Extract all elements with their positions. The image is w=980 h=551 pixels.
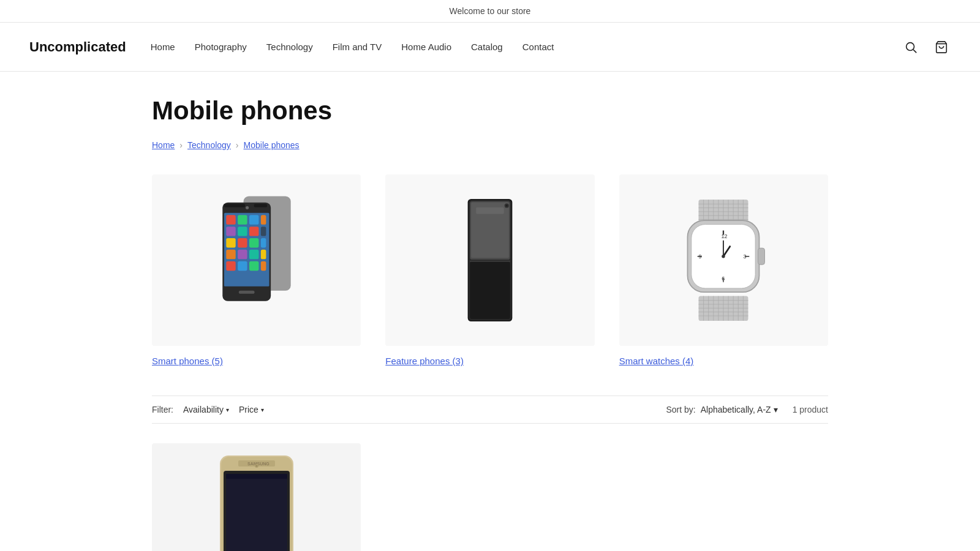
svg-point-67 — [722, 255, 725, 258]
cart-icon — [935, 40, 948, 54]
search-button[interactable] — [902, 38, 920, 56]
featurephone-illustration — [459, 199, 521, 321]
breadcrumb-home[interactable]: Home — [152, 140, 175, 150]
nav-contact[interactable]: Contact — [522, 42, 554, 52]
svg-rect-92 — [226, 474, 287, 479]
svg-text:12: 12 — [722, 233, 728, 239]
nav-photography[interactable]: Photography — [195, 42, 247, 52]
product-count: 1 product — [793, 405, 828, 414]
availability-chevron: ▾ — [226, 407, 229, 413]
svg-rect-7 — [238, 215, 247, 224]
svg-rect-35 — [470, 261, 510, 320]
smartwatch-illustration: 12 3 6 9 — [668, 199, 778, 321]
announcement-text: Welcome to our store — [450, 6, 531, 16]
svg-line-1 — [913, 50, 916, 53]
announcement-bar: Welcome to our store — [0, 0, 980, 23]
sort-chevron: ▾ — [774, 405, 778, 414]
header: Uncomplicated Home Photography Technolog… — [0, 23, 980, 72]
price-filter[interactable]: Price ▾ — [239, 405, 264, 414]
svg-rect-10 — [226, 227, 235, 236]
main-nav: Home Photography Technology Film and TV … — [151, 42, 902, 52]
svg-rect-29 — [254, 204, 266, 207]
category-image-smartphones — [152, 174, 361, 346]
breadcrumb-mobile-phones[interactable]: Mobile phones — [244, 140, 300, 150]
svg-text:9: 9 — [699, 253, 702, 260]
svg-rect-6 — [226, 215, 235, 224]
category-featurephones: Feature phones (3) — [385, 174, 594, 366]
product-card-samsung: SAMSUNG — [152, 443, 361, 551]
svg-text:SAMSUNG: SAMSUNG — [247, 462, 270, 466]
svg-rect-28 — [224, 204, 245, 207]
breadcrumb-separator-2: › — [236, 140, 239, 150]
sort-label: Sort by: — [666, 405, 695, 414]
svg-rect-26 — [239, 291, 255, 294]
category-link-smartwatches[interactable]: Smart watches (4) — [619, 356, 694, 366]
svg-rect-11 — [238, 227, 247, 236]
svg-rect-14 — [226, 238, 235, 247]
cart-button[interactable] — [932, 38, 951, 56]
header-icons — [902, 38, 951, 56]
category-smartwatches: 12 3 6 9 — [619, 174, 828, 366]
category-image-featurephones — [385, 174, 594, 346]
svg-rect-13 — [261, 227, 266, 236]
price-chevron: ▾ — [261, 407, 264, 413]
category-image-smartwatches: 12 3 6 9 — [619, 174, 828, 346]
product-grid: SAMSUNG — [152, 443, 828, 551]
main-content: Mobile phones Home › Technology › Mobile… — [123, 72, 858, 551]
svg-rect-18 — [226, 250, 235, 259]
svg-rect-9 — [261, 215, 266, 224]
category-smartphones: Smart phones (5) — [152, 174, 361, 366]
svg-point-38 — [505, 204, 508, 207]
category-link-smartphones[interactable]: Smart phones (5) — [152, 356, 223, 366]
svg-rect-21 — [261, 250, 266, 259]
svg-point-0 — [907, 42, 914, 50]
sort-section: Sort by: Alphabetically, A-Z ▾ 1 product — [666, 405, 828, 414]
filter-label: Filter: — [152, 405, 173, 414]
svg-rect-20 — [249, 250, 258, 259]
breadcrumb-technology[interactable]: Technology — [187, 140, 231, 150]
price-label: Price — [239, 405, 258, 414]
svg-rect-19 — [238, 250, 247, 259]
svg-rect-8 — [249, 215, 258, 224]
svg-text:3: 3 — [744, 253, 747, 260]
svg-rect-91 — [226, 474, 287, 551]
nav-home[interactable]: Home — [151, 42, 175, 52]
svg-rect-16 — [249, 238, 258, 247]
svg-rect-24 — [249, 261, 258, 271]
product-image-samsung: SAMSUNG — [152, 443, 361, 551]
sort-select[interactable]: Alphabetically, A-Z ▾ — [701, 405, 778, 414]
breadcrumb: Home › Technology › Mobile phones — [152, 140, 828, 150]
category-grid: Smart phones (5) — [152, 174, 828, 366]
nav-home-audio[interactable]: Home Audio — [401, 42, 451, 52]
svg-rect-17 — [261, 238, 266, 247]
svg-rect-23 — [238, 261, 247, 271]
smartphone-illustration — [208, 187, 306, 334]
svg-rect-12 — [249, 227, 258, 236]
samsung-illustration: SAMSUNG — [208, 455, 306, 551]
svg-rect-15 — [238, 238, 247, 247]
breadcrumb-separator-1: › — [179, 140, 183, 150]
category-link-featurephones[interactable]: Feature phones (3) — [385, 356, 464, 366]
availability-label: Availability — [183, 405, 224, 414]
svg-text:6: 6 — [722, 276, 725, 282]
nav-technology[interactable]: Technology — [266, 42, 313, 52]
svg-rect-22 — [226, 261, 235, 271]
logo[interactable]: Uncomplicated — [29, 39, 126, 55]
svg-rect-34 — [476, 208, 503, 214]
page-title: Mobile phones — [152, 96, 828, 126]
sort-value: Alphabetically, A-Z — [701, 405, 771, 414]
nav-catalog[interactable]: Catalog — [471, 42, 503, 52]
svg-rect-25 — [261, 261, 266, 271]
filter-bar: Filter: Availability ▾ Price ▾ Sort by: … — [152, 395, 828, 424]
availability-filter[interactable]: Availability ▾ — [183, 405, 229, 414]
svg-rect-68 — [758, 248, 765, 264]
svg-point-90 — [255, 465, 257, 467]
svg-point-27 — [246, 206, 249, 209]
search-icon — [904, 40, 918, 54]
nav-film-tv[interactable]: Film and TV — [333, 42, 382, 52]
